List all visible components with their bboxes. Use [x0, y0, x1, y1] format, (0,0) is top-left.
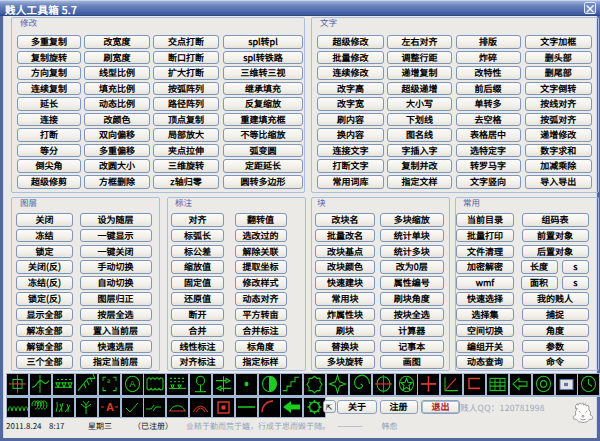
svg-text:A: A — [129, 376, 136, 391]
svg-text:a: a — [107, 376, 111, 385]
svg-text:A: A — [106, 398, 114, 414]
